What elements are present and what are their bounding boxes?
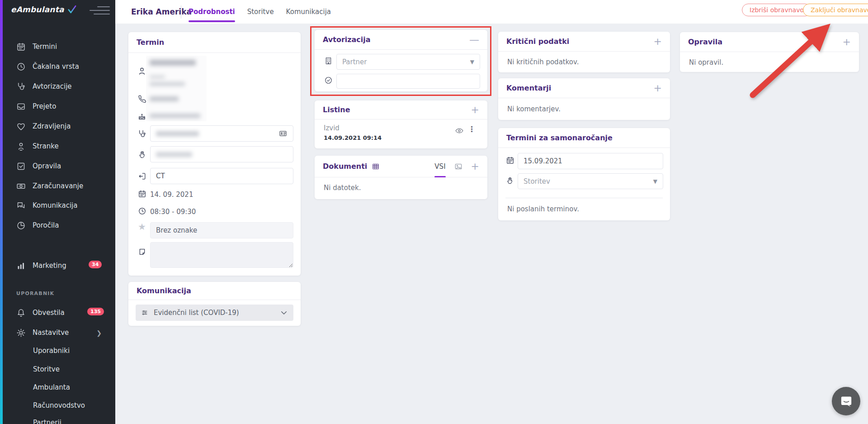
table-grid-icon[interactable] xyxy=(372,162,380,171)
partner-select[interactable]: Partner ▼ xyxy=(336,54,480,70)
add-comment-icon[interactable]: + xyxy=(654,83,662,93)
calendar-icon xyxy=(137,190,147,198)
birthday-cake-icon xyxy=(137,112,147,121)
finish-encounter-button[interactable]: Zaključi obravnavo xyxy=(803,4,868,16)
chat-bubble-icon xyxy=(839,394,854,409)
dokumenti-card-title: Dokumenti xyxy=(323,162,367,171)
opravila-card: Opravila + Ni opravil. xyxy=(680,32,859,72)
notes-textarea[interactable] xyxy=(150,242,293,268)
document-datetime: 14.09.2021 09:14 xyxy=(324,134,382,141)
kebab-menu-icon[interactable]: ⋮ xyxy=(468,124,476,133)
phone-icon xyxy=(137,95,147,104)
sidebar-item-opravila[interactable]: Opravila xyxy=(16,161,61,171)
clock-icon xyxy=(137,207,147,215)
dokumenti-card: Dokumenti VSI + Ni datotek. xyxy=(315,156,487,199)
sidebar-item-stranke[interactable]: Stranke xyxy=(16,141,59,151)
partner-select-placeholder: Partner xyxy=(342,58,367,66)
sidebar-item-porocila[interactable]: Poročila xyxy=(16,220,59,230)
sidebar-subitem-uporabniki[interactable]: Uporabniki xyxy=(33,347,70,355)
sidebar-item-nastavitve[interactable]: Nastavitve xyxy=(16,328,69,338)
chevron-right-icon[interactable]: ❯ xyxy=(96,329,102,337)
add-file-icon[interactable]: + xyxy=(471,162,479,172)
self-booking-date-input[interactable] xyxy=(518,153,663,169)
contact-card-icon[interactable] xyxy=(278,129,288,138)
caret-down-icon: ▼ xyxy=(470,59,474,65)
sidebar-item-obvestila[interactable]: Obvestila xyxy=(16,308,65,318)
form-select[interactable]: Evidenčni list (COVID-19) xyxy=(136,305,293,321)
sidebar: eAmbulanta Termini Čakalna vrsta Avtoriz… xyxy=(0,0,115,424)
authorization-number-input[interactable] xyxy=(336,74,480,89)
checkin-icon xyxy=(137,172,147,181)
sidebar-item-prejeto[interactable]: Prejeto xyxy=(16,101,56,111)
gear-icon xyxy=(16,328,26,338)
service-select-placeholder: Storitev xyxy=(524,177,550,186)
topbar-divider xyxy=(181,5,181,19)
topbar: Erika Amerika Podrobnosti Storitve Komun… xyxy=(115,0,868,24)
sidebar-item-avtorizacije[interactable]: Avtorizacije xyxy=(16,81,72,91)
brand-logo: eAmbulanta xyxy=(11,5,77,14)
chat-widget-button[interactable] xyxy=(832,387,860,415)
sidebar-subitem-racunovodstvo[interactable]: Računovodstvo xyxy=(33,401,85,410)
stethoscope-icon xyxy=(137,129,147,138)
self-booking-date-field[interactable] xyxy=(524,157,657,165)
komentarji-empty-text: Ni komentarjev. xyxy=(507,105,561,113)
tab-komunikacija[interactable]: Komunikacija xyxy=(286,0,331,24)
doctor-input[interactable] xyxy=(150,125,293,142)
sidebar-subitem-partnerji[interactable]: Partnerji xyxy=(33,419,61,424)
task-check-icon xyxy=(16,162,26,171)
label-input-field[interactable] xyxy=(156,226,288,234)
kriticni-empty-text: Ni kritičnih podatkov. xyxy=(507,58,579,66)
building-icon xyxy=(323,57,334,65)
sidebar-item-komunikacija[interactable]: Komunikacija xyxy=(16,200,77,210)
label-input[interactable] xyxy=(150,222,293,238)
chevron-down-icon xyxy=(280,309,288,317)
self-booking-service-select[interactable]: Storitev ▼ xyxy=(518,173,663,189)
person-icon xyxy=(137,67,147,76)
divider xyxy=(505,198,663,198)
sidebar-item-marketing[interactable]: Marketing xyxy=(16,261,66,271)
samonarocanje-card-title: Termini za samonaročanje xyxy=(506,133,613,142)
sidebar-subitem-ambulanta[interactable]: Ambulanta xyxy=(33,383,70,391)
clock-icon xyxy=(16,62,26,71)
sidebar-gradient-strip xyxy=(0,0,3,424)
termin-card-title: Termin xyxy=(137,38,164,47)
tab-storitve[interactable]: Storitve xyxy=(247,0,274,24)
sidebar-item-termini[interactable]: Termini xyxy=(16,42,57,52)
add-critical-data-icon[interactable]: + xyxy=(654,37,662,47)
hand-icon xyxy=(137,150,147,159)
sidebar-subitem-storitve[interactable]: Storitve xyxy=(33,365,60,373)
service-input[interactable] xyxy=(150,168,293,184)
dokumenti-empty-text: Ni datotek. xyxy=(324,184,361,192)
authorization-number-field[interactable] xyxy=(342,77,474,86)
delete-encounter-button[interactable]: Izbriši obravnavo xyxy=(742,4,811,16)
bar-chart-icon xyxy=(16,261,26,271)
opravila-empty-text: Ni opravil. xyxy=(689,58,723,67)
sidebar-item-cakalna-vrsta[interactable]: Čakalna vrsta xyxy=(16,62,79,71)
redacted-patient-info xyxy=(146,56,207,121)
check-circle-icon xyxy=(323,76,334,85)
preview-eye-icon[interactable] xyxy=(455,126,464,137)
caret-down-icon: ▼ xyxy=(653,178,657,185)
image-icon[interactable] xyxy=(454,162,463,171)
note-icon xyxy=(137,248,147,256)
banknote-icon xyxy=(16,181,26,191)
document-row[interactable]: Izvid 14.09.2021 09:14 ⋮ xyxy=(315,119,487,148)
add-task-icon[interactable]: + xyxy=(843,37,851,47)
komunikacija-card-title: Komunikacija xyxy=(137,286,191,295)
report-clock-icon xyxy=(16,221,26,230)
service-input-field[interactable] xyxy=(156,172,288,180)
samonarocanje-card: Termini za samonaročanje Storitev ▼ Ni p… xyxy=(498,128,670,220)
avtorizacija-card-title: Avtorizacija xyxy=(323,35,371,44)
heart-icon xyxy=(16,122,26,131)
sidebar-item-zdravljenja[interactable]: Zdravljenja xyxy=(16,121,71,131)
tab-podrobnosti[interactable]: Podrobnosti xyxy=(189,0,235,24)
sidebar-item-zaracunavanje[interactable]: Zaračunavanje xyxy=(16,181,83,191)
add-document-icon[interactable]: + xyxy=(471,105,479,115)
filter-all-tab[interactable]: VSI xyxy=(434,156,445,177)
listine-card-title: Listine xyxy=(323,105,350,114)
bell-icon xyxy=(16,308,26,318)
collapse-icon[interactable]: — xyxy=(469,35,479,45)
appointment-date: 14. 09. 2021 xyxy=(150,191,193,199)
resource-input[interactable] xyxy=(150,146,293,162)
menu-toggle-icon[interactable] xyxy=(89,6,110,16)
